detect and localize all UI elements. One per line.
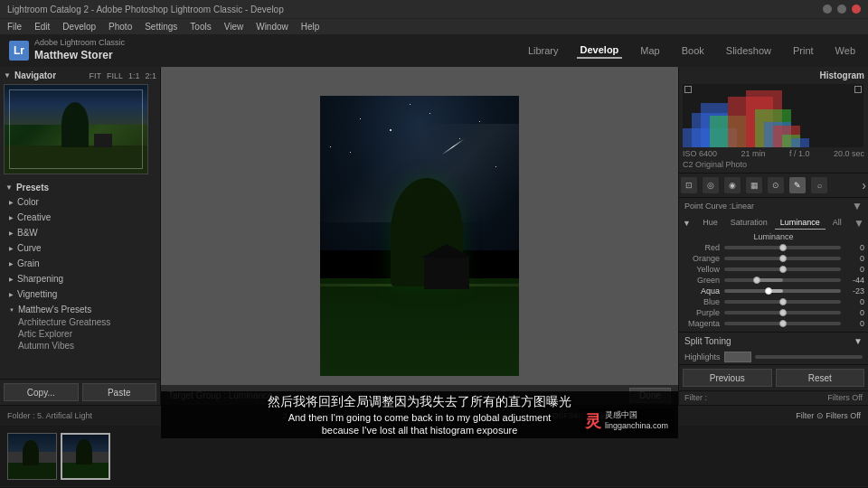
blue-thumb[interactable] <box>779 298 787 305</box>
preset-group-matthews-header[interactable]: ▼ Matthew's Presets <box>4 303 156 316</box>
window-controls[interactable] <box>823 5 861 14</box>
preset-item-autumn[interactable]: Autumn Vibes <box>4 340 156 352</box>
tab-slideshow[interactable]: Slideshow <box>722 43 775 58</box>
paste-button[interactable]: Paste <box>82 383 157 401</box>
menu-view[interactable]: View <box>224 22 244 32</box>
hsl-toggle-icon[interactable]: ▼ <box>683 219 691 228</box>
filmstrip-thumb-2[interactable] <box>61 433 110 480</box>
menu-photo[interactable]: Photo <box>108 22 132 32</box>
highlights-row: Highlights <box>679 350 868 364</box>
hsl-tab-saturation[interactable]: Saturation <box>725 216 773 230</box>
hsl-collapse-icon[interactable]: ▼ <box>854 217 864 230</box>
filter-value[interactable]: Filters Off <box>827 393 863 402</box>
close-btn[interactable] <box>852 5 861 14</box>
lr-icon: Lr <box>9 41 29 61</box>
hsl-tab-all[interactable]: All <box>827 216 847 230</box>
menu-help[interactable]: Help <box>301 22 320 32</box>
red-thumb[interactable] <box>779 244 787 251</box>
hsl-tab-hue[interactable]: Hue <box>697 216 723 230</box>
preset-group-grain-header[interactable]: ▶ Grain <box>4 257 156 270</box>
reset-button[interactable]: Reset <box>776 369 865 387</box>
presets-header[interactable]: ▼ Presets <box>4 180 156 195</box>
thumb-field-2 <box>62 463 108 478</box>
split-toning-header[interactable]: Split Toning ▼ <box>679 332 868 350</box>
preset-group-sharpening-header[interactable]: ▶ Sharpening <box>4 272 156 286</box>
point-curve-row: Point Curve : Linear ▼ <box>679 198 868 214</box>
highlights-label: Highlights <box>684 352 721 361</box>
yellow-thumb[interactable] <box>779 266 787 273</box>
fit-option-fill[interactable]: FILL <box>107 71 123 80</box>
star-8 <box>495 166 496 167</box>
right-arrow-icon[interactable]: › <box>862 178 866 192</box>
menu-settings[interactable]: Settings <box>145 22 177 32</box>
magenta-thumb[interactable] <box>779 320 787 327</box>
green-thumb[interactable] <box>753 277 760 284</box>
tab-print[interactable]: Print <box>789 43 817 58</box>
tab-map[interactable]: Map <box>637 43 663 58</box>
watermark-icon: 灵 <box>585 410 601 432</box>
menu-window[interactable]: Window <box>256 22 288 32</box>
left-panel: ▼ Navigator FIT FILL 1:1 2:1 <box>0 67 161 405</box>
menu-tools[interactable]: Tools <box>190 22 211 32</box>
green-slider[interactable] <box>724 278 841 282</box>
star-1 <box>360 118 361 119</box>
hist-right-clipping <box>854 86 862 93</box>
photo-field <box>320 278 519 377</box>
menu-develop[interactable]: Develop <box>62 22 96 32</box>
maximize-btn[interactable] <box>837 5 846 14</box>
copy-paste-bar: Copy... Paste <box>0 379 160 405</box>
menu-edit[interactable]: Edit <box>34 22 50 32</box>
preset-group-creative-header[interactable]: ▶ Creative <box>4 211 156 224</box>
preset-group-bw-header[interactable]: ▶ B&W <box>4 226 156 239</box>
green-fill <box>757 278 782 282</box>
minimize-btn[interactable] <box>823 5 832 14</box>
purple-thumb[interactable] <box>779 309 787 316</box>
preset-item-architecture[interactable]: Architecture Greatness <box>4 316 156 328</box>
point-curve-expand-icon[interactable]: ▼ <box>852 200 863 212</box>
radial-gradient-tool[interactable]: ⊙ <box>768 177 784 193</box>
previous-button[interactable]: Previous <box>683 369 772 387</box>
histogram-canvas <box>683 84 863 147</box>
hsl-tab-luminance[interactable]: Luminance <box>775 216 826 230</box>
magenta-slider[interactable] <box>724 322 841 325</box>
filmstrip-thumb-1[interactable] <box>7 433 57 480</box>
orange-thumb[interactable] <box>779 255 787 262</box>
aqua-slider[interactable] <box>724 289 841 293</box>
tab-web[interactable]: Web <box>832 43 859 58</box>
fit-option-2-1[interactable]: 2:1 <box>145 71 156 80</box>
yellow-slider[interactable] <box>724 267 841 271</box>
orange-slider[interactable] <box>724 257 841 260</box>
adjustment-brush-tool[interactable]: ✎ <box>789 177 806 193</box>
fit-option-fit[interactable]: FIT <box>89 71 101 80</box>
fit-option-1-1[interactable]: 1:1 <box>128 71 140 80</box>
highlights-slider[interactable] <box>755 355 863 359</box>
redeye-tool[interactable]: ◉ <box>724 177 741 193</box>
tab-book[interactable]: Book <box>678 43 708 58</box>
blue-slider[interactable] <box>724 300 841 304</box>
tab-develop[interactable]: Develop <box>577 42 623 59</box>
navigator-title: ▼ Navigator <box>4 70 56 80</box>
copy-button[interactable]: Copy... <box>4 383 79 401</box>
blue-slider-row: Blue 0 <box>683 297 864 306</box>
filter-toggle[interactable]: Filter ⊙ Filters Off <box>796 411 861 420</box>
red-slider[interactable] <box>724 246 841 249</box>
menu-file[interactable]: File <box>7 22 22 32</box>
linear-gradient-tool[interactable]: ▦ <box>746 177 762 193</box>
orange-slider-row: Orange 0 <box>683 254 864 263</box>
preset-group-color-header[interactable]: ▶ Color <box>4 195 156 209</box>
highlights-color-swatch[interactable] <box>724 352 751 362</box>
brush-tool[interactable]: ⌕ <box>811 177 827 193</box>
green-slider-row: Green -44 <box>683 276 864 285</box>
tab-library[interactable]: Library <box>524 43 562 58</box>
crop-tool[interactable]: ⊡ <box>681 177 697 193</box>
preset-item-artic[interactable]: Artic Explorer <box>4 328 156 340</box>
aqua-thumb[interactable] <box>765 287 772 295</box>
yellow-label: Yellow <box>683 265 722 274</box>
histogram-info: ISO 6400 21 min f / 1.0 20.0 sec <box>683 149 864 158</box>
preset-group-vignetting-header[interactable]: ▶ Vignetting <box>4 287 156 301</box>
point-curve-value[interactable]: Linear <box>731 202 754 211</box>
purple-slider[interactable] <box>724 311 841 314</box>
spot-removal-tool[interactable]: ◎ <box>703 177 719 193</box>
preset-group-curve-header[interactable]: ▶ Curve <box>4 241 156 255</box>
navigator-toggle-icon[interactable]: ▼ <box>4 71 11 80</box>
